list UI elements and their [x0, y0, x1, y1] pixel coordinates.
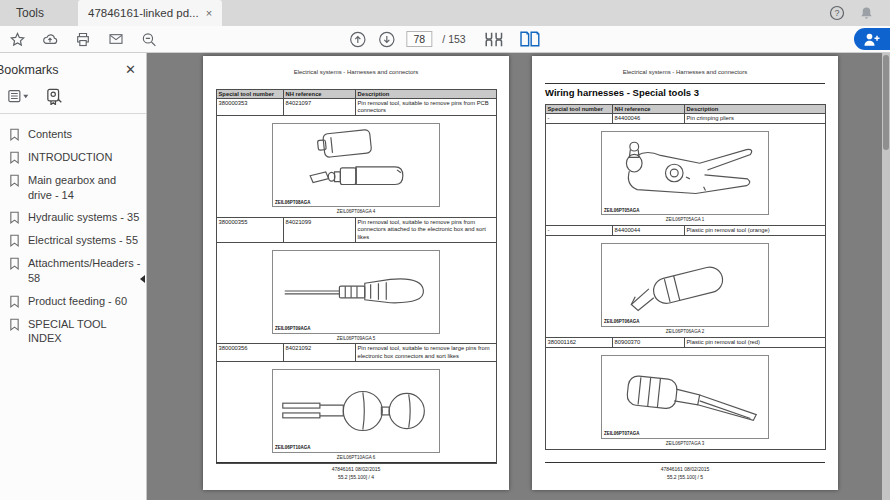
bookmarks-panel: Bookmarks ✕ Contents INTRODUCTION Main g… [0, 53, 147, 500]
expand-current-bookmark-icon[interactable] [46, 88, 64, 105]
favorite-star-icon[interactable] [6, 29, 29, 50]
toolbar: / 153 [0, 26, 890, 53]
section-heading: Wiring harnesses - Special tools 3 [545, 87, 825, 98]
document-viewport[interactable]: Electrical systems - Harnesses and conne… [148, 53, 882, 500]
bookmarks-panel-title: Bookmarks [0, 63, 59, 77]
page-count-label: / 153 [442, 33, 465, 45]
page-footer: 47846161 08/02/2015 55.2 [55.100] / 4 [203, 462, 509, 481]
table-row: 380000353 84021097 Pin removal tool, sui… [216, 99, 496, 116]
bookmark-item-special-tool-index[interactable]: SPECIAL TOOL INDEX [0, 313, 146, 351]
notifications-bell-icon[interactable] [859, 5, 874, 21]
table-row: - 84400044 Plastic pin removal tool (ora… [545, 225, 825, 235]
figure-id-label: ZEIL06PT05AGA [604, 208, 640, 214]
pdf-page-left: Electrical systems - Harnesses and conne… [203, 56, 509, 490]
col-header-nh-reference: NH reference [612, 105, 684, 114]
running-header: Electrical systems - Harnesses and conne… [532, 56, 838, 75]
col-header-description: Description [684, 105, 825, 114]
email-icon[interactable] [104, 29, 128, 49]
table-row: 380000355 84021099 Pin removal tool, sui… [216, 218, 496, 243]
help-icon[interactable]: ? [829, 5, 845, 21]
tool-illustration-crimping-pliers: ZEIL06PT05AGA [601, 131, 769, 215]
tool-illustration-large-pin-removal: ZEIL06PT10AGA [272, 369, 440, 453]
footer-section-page: 55.2 [55.100] / 4 [203, 474, 509, 482]
bookmarks-options-icon[interactable] [8, 89, 30, 104]
footer-doc-number: 47846161 08/02/2015 [203, 466, 509, 474]
collapse-panel-icon[interactable] [140, 275, 145, 283]
bookmark-item-electrical-systems[interactable]: Electrical systems - 55 [0, 229, 146, 252]
bookmark-item-contents[interactable]: Contents [0, 123, 146, 146]
bookmark-item-product-feeding[interactable]: Product feeding - 60 [0, 290, 146, 313]
bookmark-item-main-gearbox[interactable]: Main gearbox and drive - 14 [0, 169, 146, 207]
table-row: 380000356 84021092 Pin removal tool, sui… [216, 344, 496, 361]
tab-document[interactable]: 47846161-linked pd... × [78, 0, 222, 26]
col-header-description: Description [355, 90, 496, 99]
zoom-out-icon[interactable] [137, 29, 161, 50]
share-people-button[interactable] [854, 28, 890, 50]
figure-caption: ZEIL06PT07AGA 3 [546, 441, 825, 447]
bookmarks-close-icon[interactable]: ✕ [125, 62, 136, 77]
figure-id-label: ZEIL06PT08AGA [275, 200, 311, 206]
figure-caption: ZEIL06PT05AGA 1 [546, 217, 825, 223]
special-tools-table: Special tool number NH reference Descrip… [216, 89, 497, 464]
next-page-icon[interactable] [377, 30, 396, 49]
tool-illustration-pin-removal-electronic-box: ZEIL06PT09AGA [272, 250, 440, 334]
figure-caption: ZEIL06PT09AGA 5 [217, 336, 496, 342]
running-header: Electrical systems - Harnesses and conne… [203, 56, 509, 75]
figure-id-label: ZEIL06PT10AGA [275, 445, 311, 451]
figure-id-label: ZEIL06PT07AGA [604, 431, 640, 437]
tab-tools[interactable]: Tools [0, 0, 60, 26]
figure-caption: ZEIL06PT06AGA 2 [546, 329, 825, 335]
print-icon[interactable] [71, 29, 95, 50]
tab-document-label: 47846161-linked pd... [88, 7, 199, 19]
page-number-input[interactable] [406, 31, 432, 47]
figure-id-label: ZEIL06PT09AGA [275, 326, 311, 332]
footer-doc-number: 47846161 08/02/2015 [532, 466, 838, 474]
bookmark-item-hydraulic-systems[interactable]: Hydraulic systems - 35 [0, 206, 146, 229]
figure-id-label: ZEIL06PT06AGA [604, 319, 640, 325]
tab-bar: Tools 47846161-linked pd... × ? [0, 0, 890, 26]
tab-close-icon[interactable]: × [206, 7, 212, 19]
figure-caption: ZEIL06PT10AGA 6 [217, 455, 496, 461]
two-page-view-icon[interactable] [520, 30, 542, 48]
footer-section-page: 55.2 [55.100] / 5 [532, 474, 838, 482]
svg-text:?: ? [834, 8, 839, 18]
col-header-tool-number: Special tool number [216, 90, 283, 99]
pdf-page-right: Electrical systems - Harnesses and conne… [532, 56, 838, 490]
acrobat-window: Tools 47846161-linked pd... × ? [0, 0, 890, 500]
col-header-nh-reference: NH reference [283, 90, 355, 99]
section-divider [545, 83, 825, 84]
tool-illustration-plastic-pin-removal-red: ZEIL06PT07AGA [601, 355, 769, 439]
tool-illustration-pin-removal-pcb: ZEIL06PT08AGA [272, 123, 440, 207]
bookmark-item-introduction[interactable]: INTRODUCTION [0, 146, 146, 169]
table-row: 380001162 80900370 Plastic pin removal t… [545, 337, 825, 347]
scrollbar-thumb[interactable] [883, 55, 889, 150]
bookmarks-list: Contents INTRODUCTION Main gearbox and d… [0, 114, 146, 350]
vertical-scrollbar[interactable] [882, 53, 890, 500]
tool-illustration-plastic-pin-removal-orange: ZEIL06PT06AGA [601, 243, 769, 327]
tab-tools-label: Tools [16, 6, 44, 20]
page-footer: 47846161 08/02/2015 55.2 [55.100] / 5 [532, 462, 838, 481]
previous-page-icon[interactable] [348, 30, 367, 49]
table-row: - 84400046 Pin crimping pliers [545, 114, 825, 124]
special-tools-table: Special tool number NH reference Descrip… [545, 104, 826, 450]
organize-pages-icon[interactable] [484, 30, 506, 48]
col-header-tool-number: Special tool number [545, 105, 612, 114]
bookmark-item-attachments-headers[interactable]: Attachments/Headers - 58 [0, 252, 146, 290]
figure-caption: ZEIL06PT08AGA 4 [217, 209, 496, 215]
share-cloud-upload-icon[interactable] [38, 29, 62, 50]
